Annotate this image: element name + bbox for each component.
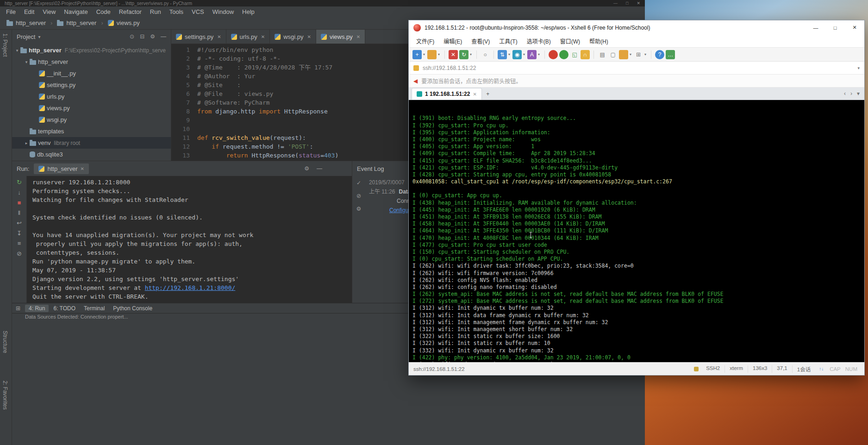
- tree-item[interactable]: ▸venvlibrary root: [12, 137, 171, 149]
- settings-icon[interactable]: ⚙: [150, 33, 155, 40]
- mark-all-read-icon[interactable]: ✓: [356, 180, 361, 186]
- new-tab-button[interactable]: +: [483, 88, 493, 100]
- close-icon[interactable]: ✕: [473, 92, 476, 97]
- menu-item[interactable]: Run: [146, 7, 165, 16]
- find-icon[interactable]: ○: [481, 50, 490, 59]
- menu-item[interactable]: Refactor: [115, 7, 146, 16]
- close-button[interactable]: ✕: [637, 1, 640, 6]
- breadcrumb-item[interactable]: http_server: [55, 19, 98, 27]
- dropdown-arrow-icon[interactable]: ▾: [508, 52, 510, 56]
- sidebar-item-project[interactable]: 1: Project: [2, 33, 8, 57]
- folder-icon[interactable]: [619, 50, 628, 59]
- menu-item[interactable]: 帮助(H): [585, 36, 613, 46]
- dropdown-arrow-icon[interactable]: ▾: [470, 52, 472, 56]
- dropdown-arrow-icon[interactable]: ▾: [438, 52, 440, 56]
- menu-item[interactable]: View: [38, 7, 60, 16]
- new-session-icon[interactable]: +: [412, 50, 422, 59]
- close-icon[interactable]: ✕: [217, 34, 221, 39]
- maximize-button[interactable]: □: [825, 20, 845, 35]
- transfer-arrows-icon[interactable]: ↑↓: [815, 366, 827, 371]
- tree-item[interactable]: templates: [12, 125, 171, 137]
- new-file-transfer-icon[interactable]: ⇅: [498, 50, 507, 59]
- locate-file-icon[interactable]: ⊙: [130, 33, 134, 40]
- tab-back-icon[interactable]: ‹: [844, 90, 846, 97]
- breadcrumb-item[interactable]: views.py: [106, 19, 142, 27]
- menu-item[interactable]: 查看(V): [467, 36, 494, 46]
- close-icon[interactable]: ✕: [307, 34, 311, 39]
- breadcrumb-item[interactable]: http_server: [5, 19, 48, 27]
- editor-tab[interactable]: views.py✕: [316, 30, 365, 44]
- xftp-icon[interactable]: [559, 50, 568, 59]
- scroll-to-end-icon[interactable]: ↧: [17, 230, 22, 237]
- tree-item[interactable]: wsgi.py: [12, 114, 171, 125]
- sidebar-item-favorites[interactable]: 2: Favorites: [2, 381, 8, 410]
- menu-item[interactable]: Navigate: [60, 7, 92, 16]
- close-icon[interactable]: ✕: [356, 34, 360, 39]
- menu-item[interactable]: Tools: [165, 7, 187, 16]
- hide-panel-icon[interactable]: —: [161, 33, 166, 40]
- menu-item[interactable]: File: [2, 7, 20, 16]
- tool-window-button[interactable]: 4: Run: [25, 305, 49, 312]
- dropdown-arrow-icon[interactable]: ▾: [423, 52, 425, 56]
- tree-item[interactable]: settings.py: [12, 79, 171, 91]
- menu-item[interactable]: 编辑(E): [439, 36, 467, 46]
- tree-item[interactable]: views.py: [12, 102, 171, 114]
- dropdown-arrow-icon[interactable]: ▾: [630, 52, 631, 56]
- pycharm-titlebar[interactable]: http_server [F:\iExpress\02-Project\Pyth…: [0, 0, 645, 6]
- tool-windows-icon[interactable]: ⊞: [16, 305, 20, 312]
- menu-item[interactable]: 选项卡(B): [522, 36, 556, 46]
- status-message[interactable]: Data Sources Detected: Connection proper…: [25, 314, 128, 320]
- run-config-tab[interactable]: http_server ✕: [34, 163, 88, 174]
- session-tab[interactable]: 1 192.168.1.51:22 ✕: [412, 88, 482, 100]
- feedback-icon[interactable]: …: [666, 50, 675, 59]
- tree-item[interactable]: __init__.py: [12, 68, 171, 79]
- xshell-address-bar[interactable]: ssh://192.168.1.51:22 ▾: [409, 62, 864, 75]
- menu-item[interactable]: Window: [208, 7, 238, 16]
- web-browser-icon[interactable]: ◉: [512, 50, 522, 59]
- tree-item[interactable]: ▾http_server: [12, 56, 171, 68]
- tree-item[interactable]: ▾http_serverF:\iExpress\02-Project\Pytho…: [12, 44, 171, 56]
- xshell-session-icon[interactable]: [549, 50, 558, 59]
- run-console[interactable]: runserver 192.168.1.21:8000Performing sy…: [27, 176, 352, 303]
- reconnect-icon[interactable]: ↻: [459, 50, 468, 59]
- lock-icon[interactable]: ∩: [581, 50, 590, 59]
- tree-item[interactable]: db.sqlite3: [12, 149, 171, 160]
- sidebar-item-structure[interactable]: Structure: [2, 331, 8, 353]
- minimize-button[interactable]: —: [613, 1, 618, 6]
- tab-list-icon[interactable]: ▾: [857, 90, 860, 97]
- fullscreen-icon[interactable]: ◱: [570, 50, 579, 59]
- close-button[interactable]: ✕: [845, 20, 864, 35]
- apps-icon[interactable]: ⊞: [634, 50, 643, 59]
- multi-exec-icon[interactable]: ▢: [608, 50, 618, 59]
- print-icon[interactable]: ≡: [18, 240, 21, 247]
- clear-all-icon[interactable]: ⊘: [17, 250, 22, 257]
- menu-item[interactable]: Edit: [20, 7, 38, 16]
- color-scheme-icon[interactable]: A: [527, 50, 537, 59]
- editor-tab[interactable]: urls.py✕: [226, 30, 270, 44]
- settings-icon[interactable]: ⚙: [304, 165, 309, 172]
- session-pin-icon[interactable]: ◀: [413, 78, 418, 84]
- menu-item[interactable]: 文件(F): [412, 36, 439, 46]
- dropdown-arrow-icon[interactable]: ▾: [644, 52, 646, 56]
- editor-tab[interactable]: settings.py✕: [171, 30, 226, 44]
- tab-forward-icon[interactable]: ›: [850, 90, 852, 97]
- collapse-all-icon[interactable]: ⊟: [140, 33, 144, 40]
- address-input[interactable]: ssh://192.168.1.51:22: [423, 65, 854, 71]
- tree-item[interactable]: urls.py: [12, 91, 171, 102]
- tool-window-button[interactable]: Python Console: [109, 305, 156, 312]
- xshell-titlebar[interactable]: 192.168.1.51:22 - root@ubuntu-Inspiron-3…: [409, 20, 864, 35]
- pause-output-icon[interactable]: ‖: [18, 209, 20, 216]
- rerun-icon[interactable]: ↻: [17, 179, 22, 186]
- terminal[interactable]: I (391) boot: Disabling RNG early entrop…: [409, 100, 864, 362]
- close-icon[interactable]: ✕: [81, 166, 84, 171]
- open-sessions-icon[interactable]: [427, 50, 437, 59]
- close-icon[interactable]: ✕: [261, 34, 265, 39]
- menu-item[interactable]: Code: [92, 7, 115, 16]
- soft-wrap-icon[interactable]: ↩: [17, 219, 22, 226]
- tool-window-button[interactable]: Terminal: [80, 305, 108, 312]
- dropdown-arrow-icon[interactable]: ▾: [538, 52, 540, 56]
- step-down-icon[interactable]: ↓: [18, 189, 21, 196]
- help-icon[interactable]: ?: [655, 50, 664, 59]
- chevron-down-icon[interactable]: ▾: [857, 66, 860, 70]
- disconnect-icon[interactable]: ✕: [449, 50, 458, 59]
